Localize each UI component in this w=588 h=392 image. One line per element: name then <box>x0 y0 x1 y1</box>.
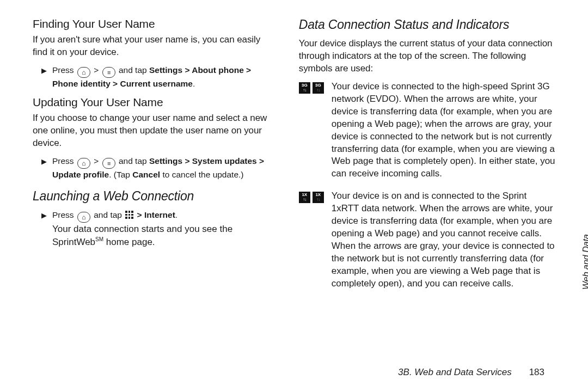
intro-text: Your device displays the current status … <box>299 38 555 75</box>
text: . (Tap <box>109 170 132 179</box>
step-launch-web: ▶ Press and tap > Internet. Your data co… <box>33 209 277 249</box>
text: home page. <box>103 237 155 247</box>
home-key-icon <box>77 212 90 223</box>
arrows-icon: ↑↓ <box>316 88 320 93</box>
arrows-icon: ↑↓ <box>303 88 306 93</box>
heading-finding-username: Finding Your User Name <box>33 17 277 30</box>
triangle-bullet-icon: ▶ <box>41 157 47 167</box>
heading-launching-web: Launching a Web Connection <box>33 189 277 204</box>
page-footer: 3B. Web and Data Services 183 <box>398 367 544 378</box>
badge-label: 3G <box>302 83 308 88</box>
footer-section: 3B. Web and Data Services <box>398 367 512 378</box>
menu-key-icon <box>102 158 115 169</box>
text: Press <box>52 156 76 166</box>
text: and tap <box>94 210 124 219</box>
triangle-bullet-icon: ▶ <box>41 211 47 221</box>
network-3g-active-icon: 3G ↑↓ <box>299 82 310 94</box>
badge-label: 3G <box>315 83 321 88</box>
network-3g-idle-icon: 3G ↑↓ <box>313 82 324 94</box>
side-tab-label: Web and Data <box>581 234 588 290</box>
page-number: 183 <box>529 367 544 378</box>
step-content: Press > and tap Settings > System update… <box>52 155 277 181</box>
indicator-description: Your device is on and is connected to th… <box>332 190 555 290</box>
step-content: Press and tap > Internet. Your data conn… <box>52 209 277 249</box>
sm-mark: SM <box>95 237 103 243</box>
step-content: Press > and tap Settings > About phone >… <box>52 64 277 90</box>
text: to cancel the update.) <box>160 170 243 179</box>
indicator-description: Your device is connected to the high-spe… <box>332 81 555 181</box>
text: Press <box>52 210 76 219</box>
heading-updating-username: Updating Your User Name <box>33 96 277 109</box>
text: and tap <box>119 65 149 75</box>
text: and tap <box>119 156 149 166</box>
left-column: Finding Your User Name If you aren't sur… <box>33 15 277 375</box>
manual-page: Finding Your User Name If you aren't sur… <box>0 0 588 392</box>
badge-label: 1X <box>315 193 321 197</box>
indicator-item-1x: 1X ↑↓ 1X ↑↓ Your device is on and is con… <box>299 190 555 290</box>
body-finding-username: If you aren't sure what your user name i… <box>33 34 277 59</box>
cancel-label: Cancel <box>132 170 160 179</box>
home-key-icon <box>77 158 90 169</box>
apps-grid-icon <box>125 211 133 219</box>
network-1x-active-icon: 1X ↑↓ <box>299 192 310 203</box>
text: Press <box>52 65 76 75</box>
text: . <box>193 79 195 88</box>
step-update-username: ▶ Press > and tap Settings > System upda… <box>33 155 277 181</box>
network-1x-idle-icon: 1X ↑↓ <box>313 192 324 203</box>
result-text: Your data connection starts and you see … <box>52 224 232 248</box>
badge-label: 1X <box>302 193 307 197</box>
gt: > <box>94 65 99 75</box>
indicator-item-3g: 3G ↑↓ 3G ↑↓ Your device is connected to … <box>299 81 555 181</box>
text: . <box>175 210 177 219</box>
right-column: Data Connection Status and Indicators Yo… <box>299 15 555 375</box>
triangle-bullet-icon: ▶ <box>41 66 47 76</box>
body-updating-username: If you choose to change your user name a… <box>33 112 277 150</box>
indicator-icons: 3G ↑↓ 3G ↑↓ <box>299 82 324 94</box>
gt: > <box>94 156 99 166</box>
internet-path: > Internet <box>137 210 175 219</box>
home-key-icon <box>77 67 90 78</box>
arrows-icon: ↑↓ <box>316 198 320 202</box>
menu-key-icon <box>102 67 115 78</box>
step-find-username: ▶ Press > and tap Settings > About phone… <box>33 64 277 90</box>
indicator-list: 3G ↑↓ 3G ↑↓ Your device is connected to … <box>299 81 555 290</box>
indicator-icons: 1X ↑↓ 1X ↑↓ <box>299 192 324 203</box>
heading-data-connection-indicators: Data Connection Status and Indicators <box>299 17 555 32</box>
arrows-icon: ↑↓ <box>303 198 306 202</box>
